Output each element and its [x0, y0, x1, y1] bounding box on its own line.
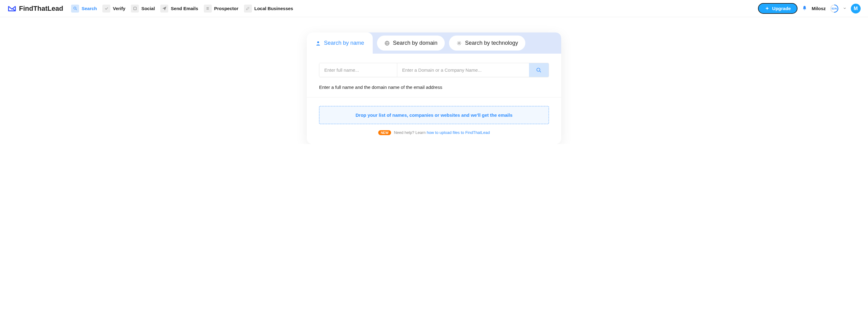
help-row: NEW Need help? Learn how to upload files… [319, 130, 549, 144]
check-icon [102, 5, 110, 12]
search-hint: Enter a full name and the domain name of… [319, 85, 549, 90]
brand-logo[interactable]: FindThatLead [7, 4, 63, 13]
nav-prospector[interactable]: Prospector [204, 5, 239, 12]
file-dropzone[interactable]: Drop your list of names, companies or we… [319, 106, 549, 124]
search-row [319, 63, 549, 77]
send-icon [160, 5, 168, 12]
header-right: Upgrade Milosz 51% M [758, 3, 861, 14]
main-content: Search by name Search by domain Search b… [0, 17, 868, 144]
divider [307, 97, 561, 97]
progress-percent-label: 51% [832, 7, 837, 10]
tab-by-technology-label: Search by technology [465, 40, 518, 46]
nav-social[interactable]: Social [131, 5, 155, 12]
notifications-button[interactable] [802, 5, 807, 12]
search-submit-button[interactable] [529, 63, 549, 77]
tab-search-by-name[interactable]: Search by name [307, 32, 373, 54]
globe-icon [384, 40, 390, 46]
tab-search-by-domain[interactable]: Search by domain [377, 36, 445, 51]
credits-progress[interactable]: 51% [830, 4, 839, 13]
nav-prospector-label: Prospector [214, 6, 239, 11]
username-label: Milosz [812, 6, 826, 11]
new-badge: NEW [378, 130, 391, 135]
avatar[interactable]: M [851, 4, 861, 13]
main-nav: Search Verify Social Send Emails Prospec… [71, 5, 293, 12]
svg-point-8 [317, 41, 319, 43]
help-link[interactable]: how to upload files to FindThatLead [427, 130, 490, 135]
tab-search-by-technology[interactable]: Search by technology [449, 36, 525, 51]
card-body: Enter a full name and the domain name of… [307, 54, 561, 144]
svg-point-0 [73, 7, 76, 9]
edit-icon [244, 5, 252, 12]
help-prefix: Need help? Learn [394, 130, 427, 135]
search-icon [536, 67, 541, 73]
nav-local-businesses-label: Local Businesses [254, 6, 293, 11]
nav-verify-label: Verify [113, 6, 125, 11]
nav-search-label: Search [82, 6, 97, 11]
app-header: FindThatLead Search Verify Social Send E… [0, 0, 868, 17]
tab-by-name-label: Search by name [324, 40, 364, 46]
svg-line-14 [540, 71, 541, 72]
nav-send-emails-label: Send Emails [171, 6, 198, 11]
avatar-initial: M [854, 6, 858, 11]
brand-logo-icon [7, 4, 17, 13]
nav-verify[interactable]: Verify [102, 5, 125, 12]
brand-name: FindThatLead [19, 5, 63, 12]
search-tabs: Search by name Search by domain Search b… [307, 32, 561, 54]
nav-search[interactable]: Search [71, 5, 97, 12]
dropzone-label: Drop your list of names, companies or we… [355, 113, 513, 118]
nav-social-label: Social [141, 6, 155, 11]
nav-send-emails[interactable]: Send Emails [160, 5, 198, 12]
tab-by-domain-label: Search by domain [393, 40, 437, 46]
gear-icon [456, 40, 462, 46]
upgrade-button[interactable]: Upgrade [758, 3, 798, 14]
svg-rect-2 [134, 7, 136, 10]
nav-local-businesses[interactable]: Local Businesses [244, 5, 293, 12]
svg-line-1 [76, 9, 76, 10]
domain-input[interactable] [397, 63, 529, 77]
sparkle-icon [765, 6, 770, 11]
svg-point-13 [537, 68, 540, 71]
user-menu-toggle[interactable] [843, 6, 846, 11]
full-name-input[interactable] [319, 63, 397, 77]
upgrade-label: Upgrade [772, 6, 791, 11]
svg-point-12 [459, 42, 460, 44]
list-icon [204, 5, 212, 12]
search-card: Search by name Search by domain Search b… [307, 32, 561, 144]
search-icon [71, 5, 79, 12]
social-icon [131, 5, 139, 12]
person-icon [315, 40, 321, 46]
